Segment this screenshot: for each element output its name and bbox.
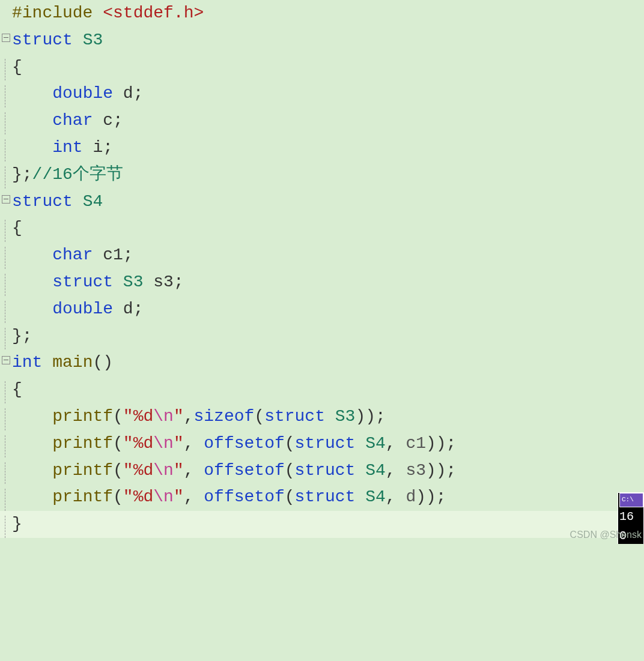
punct: , [386, 461, 406, 480]
type-name: S3 [123, 273, 153, 291]
preprocessor: #include [12, 4, 103, 22]
code-editor[interactable]: #include <stddef.h> struct S3 { double d… [0, 0, 644, 544]
string: " [174, 407, 184, 426]
punct: ; [133, 300, 144, 318]
indent [12, 300, 52, 318]
punct: ; [174, 273, 184, 291]
builtin: offsetof [204, 487, 284, 506]
function-call: printf [52, 461, 113, 480]
identifier: d [123, 84, 133, 103]
type-name: S4 [365, 461, 386, 480]
escape: \n [153, 434, 174, 453]
code-line: printf("%d\n", offsetof(struct S4, c1)); [0, 430, 644, 457]
header-name: <stddef.h> [103, 4, 204, 22]
code-line: };//16个字节 [0, 161, 644, 189]
indent [12, 487, 52, 506]
brace: }; [12, 327, 32, 345]
code-line: struct S3 s3; [0, 269, 644, 296]
keyword: struct [52, 273, 123, 291]
type-name: S4 [365, 434, 386, 453]
function-call: printf [52, 487, 113, 506]
punct: , [184, 434, 204, 453]
builtin: sizeof [194, 407, 255, 426]
keyword: struct [12, 192, 83, 211]
fold-icon[interactable] [2, 356, 10, 364]
escape: \n [153, 461, 174, 480]
punct: ( [285, 434, 295, 453]
escape: \n [153, 407, 174, 426]
code-line: double d; [0, 80, 644, 107]
punct: ; [123, 246, 133, 264]
brace: { [12, 219, 22, 237]
param: d [406, 487, 416, 506]
code-line: }; [0, 323, 644, 350]
punct: , [386, 434, 406, 453]
code-line: double d; [0, 296, 644, 323]
code-line: int i; [0, 134, 644, 161]
punct: )); [416, 487, 446, 506]
string: "%d [123, 461, 153, 480]
keyword: double [52, 84, 123, 103]
code-line: char c; [0, 107, 644, 134]
keyword: struct [264, 407, 335, 426]
param: s3 [406, 461, 426, 480]
param: c1 [406, 434, 426, 453]
punct: ( [254, 407, 264, 426]
type-name: S3 [83, 31, 103, 49]
brace: }; [12, 165, 32, 184]
indent [12, 434, 52, 453]
code-line: struct S3 [0, 27, 644, 54]
punct: ; [133, 84, 144, 103]
function-call: printf [52, 434, 113, 453]
fold-icon[interactable] [2, 34, 10, 42]
indent [12, 111, 52, 130]
indent [12, 246, 52, 264]
code-line: { [0, 215, 644, 242]
keyword: int [52, 138, 93, 157]
code-line: printf("%d\n", offsetof(struct S4, d)); [0, 484, 644, 511]
identifier: c1 [103, 246, 123, 264]
punct: , [386, 487, 406, 506]
punct: , [184, 407, 194, 426]
type-name: S4 [83, 192, 103, 211]
function-name: main [52, 353, 93, 372]
console-output: 16 [619, 507, 643, 527]
keyword: struct [295, 461, 366, 480]
brace: } [12, 515, 22, 533]
identifier: s3 [153, 273, 174, 291]
identifier: c [103, 111, 113, 130]
indent [12, 273, 52, 291]
code-line: char c1; [0, 242, 644, 269]
punct: ( [113, 487, 123, 506]
indent [12, 84, 52, 103]
keyword: char [52, 111, 103, 130]
punct: )); [426, 434, 456, 453]
console-titlebar: C:\ [619, 493, 643, 507]
code-line: printf("%d\n",sizeof(struct S3)); [0, 403, 644, 430]
string: " [174, 434, 184, 453]
keyword: int [12, 353, 52, 372]
punct: ; [113, 111, 123, 130]
code-line: printf("%d\n", offsetof(struct S4, s3)); [0, 457, 644, 484]
string: " [174, 461, 184, 480]
code-line: } [0, 511, 644, 538]
punct: ( [285, 487, 295, 506]
punct: ; [103, 138, 113, 157]
punct: ( [285, 461, 295, 480]
keyword: char [52, 246, 103, 264]
code-line: { [0, 54, 644, 81]
punct: ( [113, 461, 123, 480]
punct: , [184, 487, 204, 506]
punct: ( [113, 434, 123, 453]
keyword: double [52, 300, 123, 318]
fold-icon[interactable] [2, 195, 10, 204]
identifier: d [123, 300, 133, 318]
escape: \n [153, 487, 174, 506]
keyword: struct [295, 487, 366, 506]
indent [12, 461, 52, 480]
string: "%d [123, 487, 153, 506]
code-line: #include <stddef.h> [0, 0, 644, 27]
punct: , [184, 461, 204, 480]
code-line: struct S4 [0, 189, 644, 216]
comment: //16个字节 [32, 165, 123, 184]
